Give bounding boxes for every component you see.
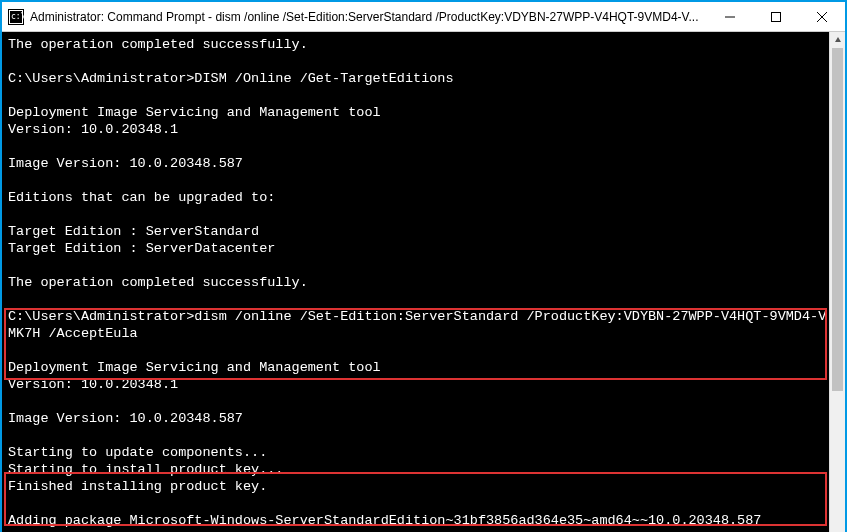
cmd-window: c:\ Administrator: Command Prompt - dism…: [0, 0, 847, 532]
window-title: Administrator: Command Prompt - dism /on…: [30, 10, 707, 24]
titlebar[interactable]: c:\ Administrator: Command Prompt - dism…: [2, 2, 845, 32]
scroll-thumb[interactable]: [832, 48, 843, 391]
terminal-line: C:\Users\Administrator>DISM /Online /Get…: [8, 70, 829, 87]
terminal-line: [8, 342, 829, 359]
terminal-line: C:\Users\Administrator>dism /online /Set…: [8, 308, 829, 342]
terminal-line: Image Version: 10.0.20348.587: [8, 155, 829, 172]
window-controls: [707, 2, 845, 31]
svg-rect-5: [772, 12, 781, 21]
terminal-line: The operation completed successfully.: [8, 274, 829, 291]
terminal-line: Version: 10.0.20348.1: [8, 121, 829, 138]
terminal-line: [8, 291, 829, 308]
maximize-button[interactable]: [753, 2, 799, 31]
terminal-output[interactable]: The operation completed successfully.C:\…: [2, 32, 829, 532]
terminal-line: Finished installing product key.: [8, 478, 829, 495]
terminal-line: Image Version: 10.0.20348.587: [8, 410, 829, 427]
terminal-line: The operation completed successfully.: [8, 36, 829, 53]
terminal-line: Deployment Image Servicing and Managemen…: [8, 359, 829, 376]
terminal-line: [8, 172, 829, 189]
svg-marker-8: [835, 37, 841, 42]
terminal-line: [8, 495, 829, 512]
terminal-line: [8, 138, 829, 155]
close-button[interactable]: [799, 2, 845, 31]
cmd-icon: c:\: [8, 9, 24, 25]
terminal-line: [8, 206, 829, 223]
scroll-track[interactable]: [830, 48, 845, 532]
terminal-area: The operation completed successfully.C:\…: [2, 32, 845, 532]
terminal-line: Deployment Image Servicing and Managemen…: [8, 104, 829, 121]
terminal-line: Target Edition : ServerStandard: [8, 223, 829, 240]
terminal-line: Editions that can be upgraded to:: [8, 189, 829, 206]
terminal-line: Starting to update components...: [8, 444, 829, 461]
terminal-line: [8, 53, 829, 70]
minimize-button[interactable]: [707, 2, 753, 31]
scroll-up-arrow[interactable]: [830, 32, 845, 48]
terminal-line: Target Edition : ServerDatacenter: [8, 240, 829, 257]
terminal-line: [8, 427, 829, 444]
vertical-scrollbar[interactable]: [829, 32, 845, 532]
terminal-line: Starting to install product key...: [8, 461, 829, 478]
terminal-line: Version: 10.0.20348.1: [8, 376, 829, 393]
svg-text:c:\: c:\: [11, 12, 24, 21]
terminal-line: [8, 87, 829, 104]
terminal-line: Adding package Microsoft-Windows-ServerS…: [8, 512, 829, 529]
terminal-line: [8, 393, 829, 410]
terminal-line: [8, 257, 829, 274]
